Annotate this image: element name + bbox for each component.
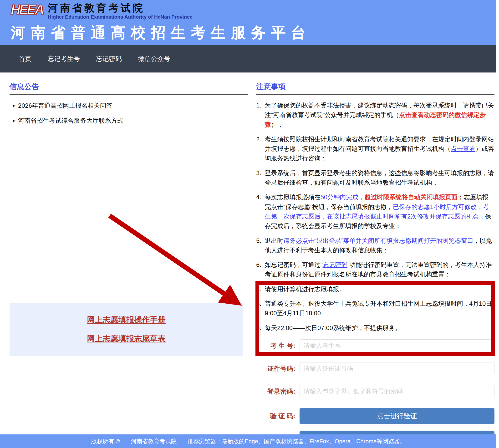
password-label: 登录密码: <box>256 387 300 396</box>
notice-item-4: 4. 每次志愿填报必须在50分钟内完成，超过时限系统将自动关闭填报页面；志愿填报… <box>256 192 495 231</box>
notice-item-1: 1. 为了确保您的权益不受非法侵害，建议绑定动态密码，每次登录系统时，请携带已关… <box>256 101 495 129</box>
candidate-number-label: 考 生 号: <box>256 341 300 350</box>
notice-item-6: 6. 如忘记密码，可通过“忘记密码”功能进行密码重置，无法重置密码的，考生本人持… <box>256 260 495 279</box>
footer-copyright: 版权所有 © <box>91 437 120 445</box>
notice-number: 4. <box>256 192 265 231</box>
captcha-verify-button[interactable]: 点击进行验证 <box>300 408 495 424</box>
click-to-view-link[interactable]: 点击查看 <box>451 145 475 152</box>
footer-browsers: 推荐浏览器：最新版的Edge、国产双核浏览器、FireFox、Opera、Chr… <box>188 437 405 445</box>
notice-segment: 每天22:00——次日07:00系统维护，不提供服务。 <box>265 324 401 332</box>
announcements-column: 信息公告 2026年普通高招网上报名相关问答 河南省招生考试综合服务大厅联系方式… <box>10 82 248 448</box>
main-nav: 首页 忘记考生号 忘记密码 微信公众号 <box>0 45 496 73</box>
id-number-input[interactable] <box>300 362 495 375</box>
notice-text: 请使用计算机进行志愿填报。 <box>265 284 495 294</box>
announcement-link[interactable]: 2026年普通高招网上报名相关问答 <box>18 101 248 110</box>
announcements-divider <box>10 94 248 95</box>
page-header: HEEA 河南省教育考试院 Higher Education Examinati… <box>0 0 496 45</box>
notice-number: 8. <box>256 299 265 318</box>
org-name: 河南省教育考试院 <box>48 2 193 14</box>
announcement-link[interactable]: 河南省招生考试综合服务大厅联系方式 <box>18 116 248 125</box>
notice-segment-blue: 请务必点击“退出登录”菜单并关闭所有填报志愿期间打开的浏览器窗口 <box>283 237 473 244</box>
heea-logo-icon: HEEA <box>11 2 43 16</box>
notice-segment-red: 超过时限系统将自动关闭填报页面 <box>365 193 458 201</box>
notice-segment: 登录系统后，首页显示登录考生的资格信息，这些信息将影响考生可填报的志愿，请登录后… <box>265 169 494 186</box>
nav-item-forgot-candidate-number[interactable]: 忘记考生号 <box>48 55 80 63</box>
handbook-manual-link[interactable]: 网上志愿填报操作手册 <box>87 315 166 325</box>
handbook-draft-form-link[interactable]: 网上志愿填报志愿草表 <box>87 333 166 344</box>
notice-number: 7. <box>256 284 265 294</box>
notice-number: 5. <box>256 236 265 255</box>
notice-number: 6. <box>256 260 265 279</box>
notice-item-3: 3. 登录系统后，首页显示登录考生的资格信息，这些信息将影响考生可填报的志愿，请… <box>256 168 495 188</box>
org-name-english: Higher Education Examinations Authority … <box>48 14 193 20</box>
nav-item-home[interactable]: 首页 <box>19 55 32 63</box>
notices-column: 注意事项 1. 为了确保您的权益不受非法侵害，建议绑定动态密码，每次登录系统时，… <box>256 82 495 448</box>
org-logo-row: HEEA 河南省教育考试院 Higher Education Examinati… <box>11 2 496 20</box>
notice-text: 考生须按照院校招生计划和河南省教育考试院相关通知要求，在规定时间内登录网站并填报… <box>265 134 495 163</box>
org-name-block: 河南省教育考试院 Higher Education Examinations A… <box>48 2 193 20</box>
notice-segment: 请使用计算机进行志愿填报。 <box>265 286 345 293</box>
notice-segment-blue: 50分钟内完成， <box>321 193 365 201</box>
candidate-number-input[interactable] <box>300 339 495 352</box>
notice-number: 2. <box>256 134 265 163</box>
notice-text: 为了确保您的权益不受非法侵害，建议绑定动态密码，每次登录系统时，请携带已关注“河… <box>265 101 495 129</box>
nav-item-wechat-official-account[interactable]: 微信公众号 <box>138 55 170 63</box>
notice-text: 普通类专升本、退役大学生士兵免试专升本和对口招生网上志愿填报时间：4月10日9:… <box>265 299 495 318</box>
id-number-label: 证件号码: <box>256 364 300 373</box>
notice-segment: 普通类专升本、退役大学生士兵免试专升本和对口招生网上志愿填报时间：4月10日9:… <box>265 300 492 317</box>
notice-number: 9. <box>256 323 265 333</box>
login-form: 考 生 号: 证件号码: 登录密码: 验 证 码: 点击进行验证 登录 考 <box>256 339 495 448</box>
notice-text: 每天22:00——次日07:00系统维护，不提供服务。 <box>265 323 495 333</box>
notice-list: 1. 为了确保您的权益不受非法侵害，建议绑定动态密码，每次登录系统时，请携带已关… <box>256 101 495 333</box>
notices-title: 注意事项 <box>256 82 495 92</box>
notice-segment: 退出时 <box>265 237 283 244</box>
candidate-number-row: 考 生 号: <box>256 339 495 352</box>
forgot-password-link[interactable]: 忘记密码 <box>323 261 347 268</box>
notice-text: 登录系统后，首页显示登录考生的资格信息，这些信息将影响考生可填报的志愿，请登录后… <box>265 168 495 188</box>
notice-number: 1. <box>256 101 265 129</box>
announcements-title: 信息公告 <box>10 82 248 92</box>
notice-text: 退出时请务必点击“退出登录”菜单并关闭所有填报志愿期间打开的浏览器窗口，以免他人… <box>265 236 495 255</box>
captcha-label: 验 证 码: <box>256 412 300 420</box>
notice-item-8: 8. 普通类专升本、退役大学生士兵免试专升本和对口招生网上志愿填报时间：4月10… <box>256 299 495 318</box>
nav-item-forgot-password[interactable]: 忘记密码 <box>96 55 122 63</box>
notice-text: 如忘记密码，可通过“忘记密码”功能进行密码重置，无法重置密码的，考生本人持准考证… <box>265 260 495 279</box>
notice-item-2: 2. 考生须按照院校招生计划和河南省教育考试院相关通知要求，在规定时间内登录网站… <box>256 134 495 163</box>
notices-divider <box>256 94 495 95</box>
handbook-panel: 网上志愿填报操作手册 网上志愿填报志愿草表 <box>10 303 243 356</box>
captcha-row: 验 证 码: 点击进行验证 <box>256 408 495 424</box>
notice-segment: ）； <box>271 121 283 128</box>
password-row: 登录密码: <box>256 385 495 398</box>
notice-segment: 如忘记密码，可通过“ <box>265 261 323 268</box>
main-content: 信息公告 2026年普通高招网上报名相关问答 河南省招生考试综合服务大厅联系方式… <box>0 73 499 448</box>
notice-item-5: 5. 退出时请务必点击“退出登录”菜单并关闭所有填报志愿期间打开的浏览器窗口，以… <box>256 236 495 255</box>
announcements-list: 2026年普通高招网上报名相关问答 河南省招生考试综合服务大厅联系方式 <box>12 101 248 125</box>
page-footer: 版权所有 © 河南省教育考试院 推荐浏览器：最新版的Edge、国产双核浏览器、F… <box>0 434 496 448</box>
notice-segment: 每次志愿填报必须在 <box>265 193 321 201</box>
site-title: 河南省普通高校招生考生服务平台 <box>11 23 496 43</box>
footer-org: 河南省教育考试院 <box>131 437 177 445</box>
id-number-row: 证件号码: <box>256 362 495 375</box>
notice-item-7: 7. 请使用计算机进行志愿填报。 <box>256 284 495 294</box>
notice-text: 每次志愿填报必须在50分钟内完成，超过时限系统将自动关闭填报页面；志愿填报完点击… <box>265 192 495 231</box>
password-input[interactable] <box>300 385 495 398</box>
notice-number: 3. <box>256 168 265 188</box>
notice-item-9: 9. 每天22:00——次日07:00系统维护，不提供服务。 <box>256 323 495 333</box>
